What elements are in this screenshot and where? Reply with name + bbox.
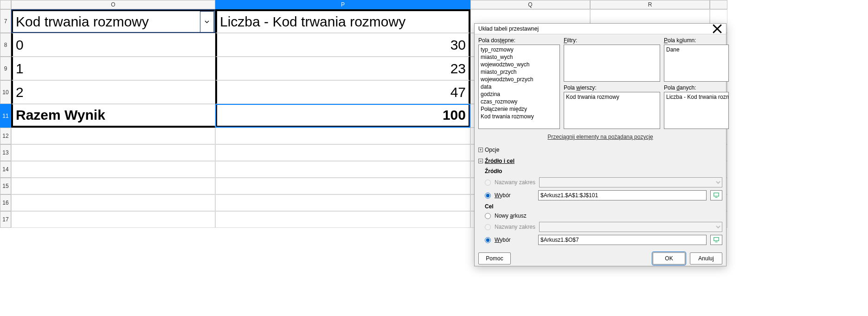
row-fields: Pola wierszy: Kod trwania rozmowy [564,84,660,129]
ok-button-label: OK [665,255,673,262]
help-button[interactable]: Pomoc [478,252,511,264]
row-fields-listbox[interactable]: Kod trwania rozmowy [564,92,660,129]
pivot-val-2[interactable]: 47 [215,80,470,104]
dialog-title-bar[interactable]: Układ tabeli przestawnej [475,24,726,34]
svg-rect-0 [714,193,719,196]
dialog-body: FFiltry:iltry: Pola kolumn: Dane Pola do… [475,34,726,268]
column-header-S[interactable] [710,0,727,9]
cancel-button[interactable]: Anuluj [690,252,722,264]
list-item[interactable]: Połączenie między [481,105,558,113]
pivot-key-1[interactable]: 1 [11,57,215,80]
column-fields-listbox[interactable]: Dane [664,45,729,82]
cell-P12[interactable] [215,128,470,144]
row-header-16[interactable]: 16 [0,194,11,211]
list-item[interactable]: Dane [666,46,727,53]
dest-range-picker[interactable] [710,235,722,245]
pivot-filter-dropdown[interactable] [200,11,214,32]
source-named-range-row: Nazwany zakres [485,177,722,187]
cell-O13[interactable] [11,144,215,161]
cell-O15[interactable] [11,178,215,194]
filters-listbox[interactable] [564,45,660,82]
row-header-17[interactable]: 17 [0,211,11,228]
pivot-row-header-label: Kod trwania rozmowy [16,14,149,30]
source-named-label: Nazwany zakres [495,179,535,186]
pivot-val-1[interactable]: 23 [215,57,470,80]
pivot-total-value[interactable]: 100 [215,104,470,128]
row-header-14[interactable]: 14 [0,161,11,178]
cell-O14[interactable] [11,161,215,178]
source-section: Źródło Nazwany zakres Wybór Cel Nowy ark… [478,168,722,245]
cell-P15[interactable] [215,178,470,194]
drag-hint-text: Przeciągnij elementy na pożądaną pozycję [547,134,653,140]
dialog-title: Układ tabeli przestawnej [478,26,539,32]
cell-P17[interactable] [215,211,470,228]
dest-selection-label: Wybór [495,237,534,243]
source-named-select [539,177,722,187]
source-selection-input[interactable] [538,190,707,200]
list-item[interactable]: godzina [481,90,558,98]
pivot-key-0[interactable]: 0 [11,33,215,57]
pivot-key-2[interactable]: 2 [11,80,215,104]
corner-cell[interactable] [0,0,11,9]
list-item[interactable]: wojewodztwo_przych [481,76,558,83]
list-item[interactable]: Liczba - Kod trwania rozmowy [666,93,727,101]
row-header-8[interactable]: 8 [0,33,11,57]
list-item[interactable]: Kod trwania rozmowy [481,113,558,120]
available-fields-listbox[interactable]: typ_rozmowymiasto_wychwojewodztwo_wychmi… [478,45,560,129]
pivot-row-header-cell[interactable]: Kod trwania rozmowy [11,9,215,33]
row-header-7[interactable]: 7 [0,9,11,33]
pivot-val-0[interactable]: 30 [215,33,470,57]
column-header-Q[interactable]: Q [470,0,590,9]
source-dest-expander-label: Źródło i cel [485,158,514,164]
row-fields-label: Pola wierszy: [564,84,660,91]
source-selection-row: Wybór [485,190,722,200]
close-button[interactable] [712,24,722,34]
source-named-radio [485,180,491,186]
row-header-13[interactable]: 13 [0,144,11,161]
cell-O12[interactable] [11,128,215,144]
expand-minus-icon: − [478,159,483,163]
cell-P13[interactable] [215,144,470,161]
column-header-P[interactable]: P [215,0,470,9]
data-fields-listbox[interactable]: Liczba - Kod trwania rozmowy [664,92,729,129]
list-item[interactable]: Kod trwania rozmowy [566,93,658,101]
ok-button[interactable]: OK [653,252,685,264]
source-dest-expander[interactable]: − Źródło i cel [478,157,722,165]
source-range-picker[interactable] [710,190,722,200]
list-item[interactable]: czas_rozmowy [481,98,558,105]
dest-newsheet-radio[interactable] [485,213,491,219]
pivot-total-label[interactable]: Razem Wynik [11,104,215,128]
dest-newsheet-label: Nowy arkusz [495,213,534,219]
cell-P14[interactable] [215,161,470,178]
row-header-11[interactable]: 11 [0,104,11,128]
dest-selection-radio[interactable] [485,237,491,243]
help-button-label: Pomoc [486,255,503,262]
dest-named-row: Nazwany zakres [485,222,722,232]
column-fields-label: Pola kolumn: [664,37,729,44]
column-header-O[interactable]: O [11,0,215,9]
list-item[interactable]: wojewodztwo_wych [481,61,558,68]
list-item[interactable]: miasto_wych [481,53,558,61]
source-selection-radio[interactable] [485,193,491,199]
cell-O17[interactable] [11,211,215,228]
row-header-10[interactable]: 10 [0,80,11,104]
list-item[interactable]: miasto_przych [481,68,558,76]
dest-newsheet-row: Nowy arkusz [485,213,722,219]
options-expander[interactable]: + Opcje [478,146,722,154]
cell-P16[interactable] [215,194,470,211]
field-panels: FFiltry:iltry: Pola kolumn: Dane Pola do… [478,37,722,129]
shrink-icon [713,237,720,243]
close-icon [712,24,722,34]
row-header-12[interactable]: 12 [0,128,11,144]
list-item[interactable]: typ_rozmowy [481,46,558,53]
dest-selection-row: Wybór [485,235,722,245]
column-header-R[interactable]: R [590,0,710,9]
list-item[interactable]: data [481,83,558,90]
cell-O16[interactable] [11,194,215,211]
dest-title: Cel [485,203,722,210]
row-header-9[interactable]: 9 [0,57,11,80]
dest-selection-input[interactable] [538,235,707,245]
options-expander-label: Opcje [485,147,499,153]
pivot-value-header-cell[interactable]: Liczba - Kod trwania rozmowy [215,9,470,33]
row-header-15[interactable]: 15 [0,178,11,194]
